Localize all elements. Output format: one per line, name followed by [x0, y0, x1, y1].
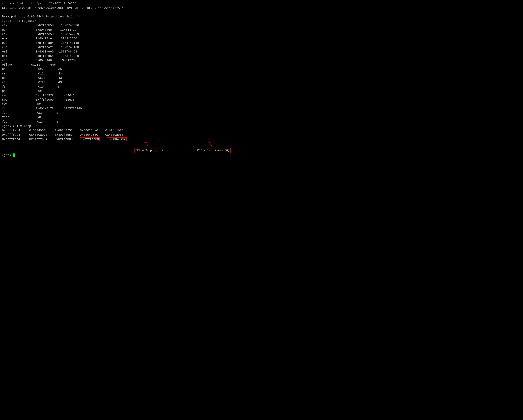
ret-label: RET = $eip (main+50) — [196, 148, 230, 153]
reg-ebp: ebp0xbffffafc-1073743108 — [2, 45, 521, 49]
svg-line-0 — [145, 142, 149, 148]
terminal: (gdb) r `python -c 'print "\x90"*40+"A"'… — [2, 1, 521, 157]
reg-edi: edi0xbffffb54-1073743020 — [2, 54, 521, 58]
reg-es: es0x2b43 — [2, 80, 521, 84]
reg-fs: fs0x00 — [2, 84, 521, 89]
sfp-label: SFP = $ebp (main) — [134, 148, 164, 153]
final-prompt: (gdb) — [2, 153, 521, 157]
xesp-cmd: (gdb) x/12x $esp — [2, 124, 521, 128]
svg-line-1 — [209, 142, 213, 148]
reg-ss: ss0x2b43 — [2, 71, 521, 76]
reg-eip: eip0x8048446134513734 — [2, 58, 521, 63]
reg-cs: cs0x2335 — [2, 67, 521, 71]
mem-row-3-section: 0xbffffaf4: 0xbffffb54 0xbffffb08 0xbfff… — [2, 137, 521, 153]
reg-cwd: cwd0xffff037f-64641 — [2, 93, 521, 98]
reg-ds: ds0x2b43 — [2, 76, 521, 80]
mem-row-2: 0xbffffae4: 0x4000a970 0x400f855b 0x0804… — [2, 133, 521, 137]
breakpoint-line: Breakpoint 1, 0x8048446 in problem_child… — [2, 14, 521, 19]
reg-eflags: eflags0x286646 — [2, 63, 521, 67]
blank-line-1 — [2, 10, 521, 14]
gdb-run-cmd: (gdb) r `python -c 'print "\x90"*40+"A"'… — [2, 1, 521, 6]
mem-row-1: 0xbffffad4: 0x0804953c 0x08048257 0x4002… — [2, 128, 521, 133]
reg-eax: eax0xbffffb58-1073743016 — [2, 23, 521, 27]
reg-esi: esi0x4000ae601073786464 — [2, 49, 521, 54]
ret-value: 0x0804849e — [107, 137, 127, 141]
reg-twd: twd0x00 — [2, 102, 521, 106]
sfp-value: 0xbffffb08 — [80, 137, 100, 141]
reg-swd: swd0xffff0000-65536 — [2, 98, 521, 102]
reg-ecx: ecx0x804846c134513772 — [2, 28, 521, 32]
ret-arrow — [208, 141, 218, 148]
reg-gs: gs0x00 — [2, 89, 521, 93]
reg-fcs: fcs0x00 — [2, 111, 521, 115]
info-register-cmd: (gdb) info register — [2, 19, 521, 23]
reg-edx: edx0xbffffc59-1073742759 — [2, 32, 521, 36]
cursor-block — [13, 154, 15, 157]
sfp-arrow — [144, 141, 155, 148]
reg-fopo: fopo0x00 — [2, 115, 521, 119]
reg-ebx: ebx0x401081ec1074823660 — [2, 36, 521, 41]
mem-row-3: 0xbffffaf4: 0xbffffb54 0xbffffb08 0xbfff… — [2, 137, 521, 141]
reg-fos: fos0x00 — [2, 120, 521, 124]
starting-program: Starting program: /home/golem/test `pyth… — [2, 6, 521, 10]
reg-esp: esp0xbffffad4-1073743148 — [2, 41, 521, 45]
reg-fip: fip0x401e01781075708280 — [2, 106, 521, 111]
